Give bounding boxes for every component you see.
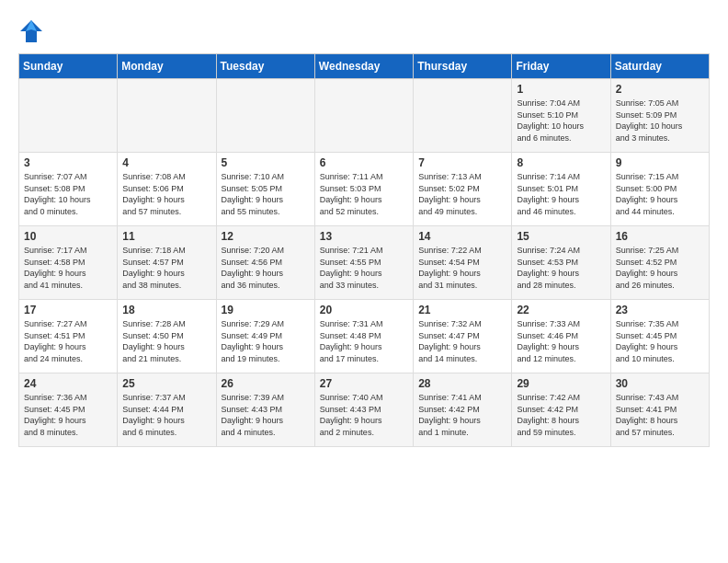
day-number: 14 xyxy=(418,230,506,243)
calendar-cell: 28Sunrise: 7:41 AM Sunset: 4:42 PM Dayli… xyxy=(414,373,512,447)
calendar-cell: 6Sunrise: 7:11 AM Sunset: 5:03 PM Daylig… xyxy=(314,153,413,226)
day-number: 18 xyxy=(122,304,210,316)
day-number: 9 xyxy=(616,156,704,169)
header-tuesday: Tuesday xyxy=(216,54,314,79)
calendar-cell xyxy=(118,79,216,153)
header-thursday: Thursday xyxy=(414,54,512,79)
day-number: 4 xyxy=(122,156,210,169)
calendar-cell: 13Sunrise: 7:21 AM Sunset: 4:55 PM Dayli… xyxy=(314,226,413,300)
day-number: 5 xyxy=(222,156,310,169)
calendar-cell: 18Sunrise: 7:28 AM Sunset: 4:50 PM Dayli… xyxy=(118,300,216,373)
calendar-cell: 17Sunrise: 7:27 AM Sunset: 4:51 PM Dayli… xyxy=(19,300,118,373)
calendar-cell: 23Sunrise: 7:35 AM Sunset: 4:45 PM Dayli… xyxy=(610,300,709,373)
calendar-cell: 16Sunrise: 7:25 AM Sunset: 4:52 PM Dayli… xyxy=(610,226,709,300)
day-number: 20 xyxy=(320,304,408,316)
day-number: 29 xyxy=(517,377,605,390)
calendar-cell xyxy=(19,79,118,153)
day-number: 19 xyxy=(222,304,310,316)
day-number: 12 xyxy=(222,230,310,243)
calendar-cell: 20Sunrise: 7:31 AM Sunset: 4:48 PM Dayli… xyxy=(314,300,413,373)
day-number: 26 xyxy=(222,377,310,390)
day-info: Sunrise: 7:37 AM Sunset: 4:44 PM Dayligh… xyxy=(122,392,210,438)
calendar-cell: 2Sunrise: 7:05 AM Sunset: 5:09 PM Daylig… xyxy=(610,79,709,153)
day-number: 17 xyxy=(24,304,112,316)
calendar-cell: 15Sunrise: 7:24 AM Sunset: 4:53 PM Dayli… xyxy=(512,226,610,300)
calendar-cell: 26Sunrise: 7:39 AM Sunset: 4:43 PM Dayli… xyxy=(216,373,314,447)
day-info: Sunrise: 7:24 AM Sunset: 4:53 PM Dayligh… xyxy=(517,245,605,291)
calendar-cell xyxy=(216,79,314,153)
day-number: 7 xyxy=(418,156,506,169)
day-info: Sunrise: 7:41 AM Sunset: 4:42 PM Dayligh… xyxy=(418,392,506,438)
week-row-1: 1Sunrise: 7:04 AM Sunset: 5:10 PM Daylig… xyxy=(19,79,710,153)
day-info: Sunrise: 7:28 AM Sunset: 4:50 PM Dayligh… xyxy=(122,318,210,364)
calendar-cell: 11Sunrise: 7:18 AM Sunset: 4:57 PM Dayli… xyxy=(118,226,216,300)
calendar-cell: 30Sunrise: 7:43 AM Sunset: 4:41 PM Dayli… xyxy=(610,373,709,447)
day-info: Sunrise: 7:27 AM Sunset: 4:51 PM Dayligh… xyxy=(24,318,112,364)
day-number: 1 xyxy=(517,83,605,96)
calendar-cell: 3Sunrise: 7:07 AM Sunset: 5:08 PM Daylig… xyxy=(19,153,118,226)
calendar-header-row: SundayMondayTuesdayWednesdayThursdayFrid… xyxy=(19,54,710,79)
day-number: 22 xyxy=(517,304,605,316)
day-number: 2 xyxy=(616,83,704,96)
calendar-cell: 4Sunrise: 7:08 AM Sunset: 5:06 PM Daylig… xyxy=(118,153,216,226)
week-row-5: 24Sunrise: 7:36 AM Sunset: 4:45 PM Dayli… xyxy=(19,373,710,447)
day-info: Sunrise: 7:07 AM Sunset: 5:08 PM Dayligh… xyxy=(24,171,112,217)
header xyxy=(18,18,710,44)
calendar-cell: 14Sunrise: 7:22 AM Sunset: 4:54 PM Dayli… xyxy=(414,226,512,300)
day-number: 10 xyxy=(24,230,112,243)
day-info: Sunrise: 7:10 AM Sunset: 5:05 PM Dayligh… xyxy=(222,171,310,217)
calendar-cell: 9Sunrise: 7:15 AM Sunset: 5:00 PM Daylig… xyxy=(610,153,709,226)
day-info: Sunrise: 7:31 AM Sunset: 4:48 PM Dayligh… xyxy=(320,318,408,364)
calendar-cell xyxy=(414,79,512,153)
day-number: 30 xyxy=(616,377,704,390)
day-info: Sunrise: 7:39 AM Sunset: 4:43 PM Dayligh… xyxy=(222,392,310,438)
calendar-cell: 27Sunrise: 7:40 AM Sunset: 4:43 PM Dayli… xyxy=(314,373,413,447)
logo-icon xyxy=(18,18,44,44)
header-saturday: Saturday xyxy=(610,54,709,79)
calendar-cell: 24Sunrise: 7:36 AM Sunset: 4:45 PM Dayli… xyxy=(19,373,118,447)
day-number: 11 xyxy=(122,230,210,243)
calendar-cell: 12Sunrise: 7:20 AM Sunset: 4:56 PM Dayli… xyxy=(216,226,314,300)
day-info: Sunrise: 7:04 AM Sunset: 5:10 PM Dayligh… xyxy=(517,98,605,144)
calendar-cell: 7Sunrise: 7:13 AM Sunset: 5:02 PM Daylig… xyxy=(414,153,512,226)
day-info: Sunrise: 7:13 AM Sunset: 5:02 PM Dayligh… xyxy=(418,171,506,217)
calendar-cell: 22Sunrise: 7:33 AM Sunset: 4:46 PM Dayli… xyxy=(512,300,610,373)
day-number: 3 xyxy=(24,156,112,169)
week-row-2: 3Sunrise: 7:07 AM Sunset: 5:08 PM Daylig… xyxy=(19,153,710,226)
day-info: Sunrise: 7:42 AM Sunset: 4:42 PM Dayligh… xyxy=(517,392,605,438)
day-info: Sunrise: 7:32 AM Sunset: 4:47 PM Dayligh… xyxy=(418,318,506,364)
calendar-cell xyxy=(314,79,413,153)
day-info: Sunrise: 7:08 AM Sunset: 5:06 PM Dayligh… xyxy=(122,171,210,217)
day-info: Sunrise: 7:21 AM Sunset: 4:55 PM Dayligh… xyxy=(320,245,408,291)
day-number: 25 xyxy=(122,377,210,390)
calendar-cell: 29Sunrise: 7:42 AM Sunset: 4:42 PM Dayli… xyxy=(512,373,610,447)
week-row-3: 10Sunrise: 7:17 AM Sunset: 4:58 PM Dayli… xyxy=(19,226,710,300)
calendar-cell: 21Sunrise: 7:32 AM Sunset: 4:47 PM Dayli… xyxy=(414,300,512,373)
day-info: Sunrise: 7:22 AM Sunset: 4:54 PM Dayligh… xyxy=(418,245,506,291)
day-info: Sunrise: 7:40 AM Sunset: 4:43 PM Dayligh… xyxy=(320,392,408,438)
calendar-cell: 1Sunrise: 7:04 AM Sunset: 5:10 PM Daylig… xyxy=(512,79,610,153)
calendar-cell: 10Sunrise: 7:17 AM Sunset: 4:58 PM Dayli… xyxy=(19,226,118,300)
header-monday: Monday xyxy=(118,54,216,79)
day-info: Sunrise: 7:29 AM Sunset: 4:49 PM Dayligh… xyxy=(222,318,310,364)
day-info: Sunrise: 7:25 AM Sunset: 4:52 PM Dayligh… xyxy=(616,245,704,291)
day-number: 24 xyxy=(24,377,112,390)
day-number: 27 xyxy=(320,377,408,390)
week-row-4: 17Sunrise: 7:27 AM Sunset: 4:51 PM Dayli… xyxy=(19,300,710,373)
day-info: Sunrise: 7:43 AM Sunset: 4:41 PM Dayligh… xyxy=(616,392,704,438)
calendar-cell: 25Sunrise: 7:37 AM Sunset: 4:44 PM Dayli… xyxy=(118,373,216,447)
day-number: 21 xyxy=(418,304,506,316)
day-info: Sunrise: 7:33 AM Sunset: 4:46 PM Dayligh… xyxy=(517,318,605,364)
day-number: 6 xyxy=(320,156,408,169)
day-number: 15 xyxy=(517,230,605,243)
day-number: 8 xyxy=(517,156,605,169)
day-info: Sunrise: 7:17 AM Sunset: 4:58 PM Dayligh… xyxy=(24,245,112,291)
day-number: 13 xyxy=(320,230,408,243)
calendar-table: SundayMondayTuesdayWednesdayThursdayFrid… xyxy=(18,53,710,447)
day-info: Sunrise: 7:36 AM Sunset: 4:45 PM Dayligh… xyxy=(24,392,112,438)
day-info: Sunrise: 7:14 AM Sunset: 5:01 PM Dayligh… xyxy=(517,171,605,217)
day-info: Sunrise: 7:15 AM Sunset: 5:00 PM Dayligh… xyxy=(616,171,704,217)
day-info: Sunrise: 7:35 AM Sunset: 4:45 PM Dayligh… xyxy=(616,318,704,364)
header-sunday: Sunday xyxy=(19,54,118,79)
day-number: 23 xyxy=(616,304,704,316)
